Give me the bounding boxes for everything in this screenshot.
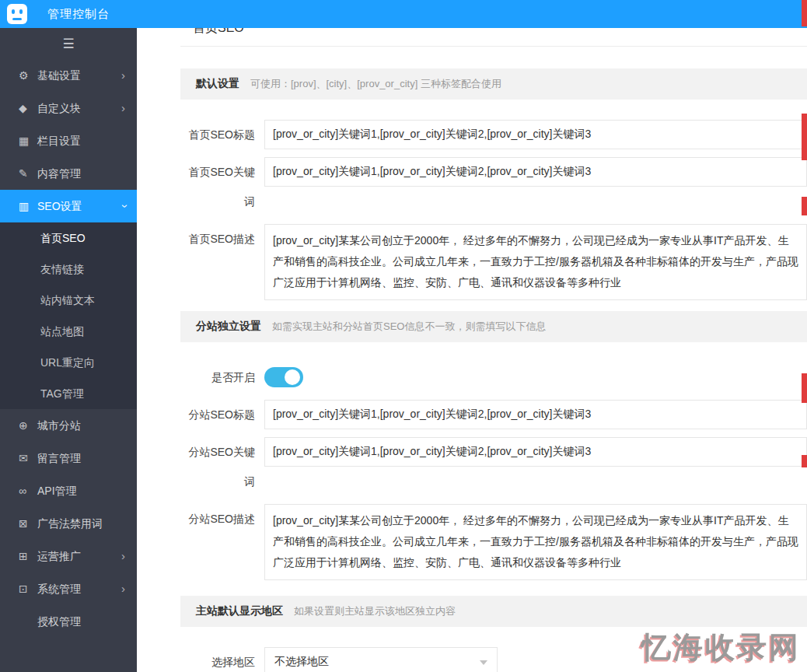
logo-detail: [12, 9, 15, 14]
sidebar-item-seo-settings[interactable]: ▥SEO设置 ›: [0, 190, 137, 222]
site-watermark: 忆海收录网: [641, 628, 801, 667]
sidebar-item-city-subsites[interactable]: ⊕城市分站: [0, 409, 137, 442]
seo-submenu: 首页SEO 友情链接 站内锚文本 站点地图 URL重定向 TAG管理: [0, 222, 137, 409]
menu-label: 运营推广: [37, 550, 81, 562]
edge-watermark-artifact: [802, 0, 807, 26]
app-logo-icon[interactable]: [7, 4, 27, 24]
chevron-right-icon: ›: [121, 572, 125, 605]
menu-label: 城市分站: [37, 419, 81, 432]
link-icon: ∞: [19, 474, 37, 507]
chevron-right-icon: ›: [121, 92, 125, 124]
section-header-region-settings: 主站默认显示地区 如果设置则主站显示该地区独立内容: [180, 596, 807, 627]
menu-label: API管理: [37, 485, 77, 497]
subsite-seo-keywords-input[interactable]: [264, 437, 807, 467]
sidebar-item-message-management[interactable]: ✉留言管理: [0, 442, 137, 474]
field-label: 分站SEO关键词: [180, 437, 264, 496]
chevron-right-icon: ›: [121, 540, 125, 572]
sidebar-item-basic-settings[interactable]: ⚙基础设置 ›: [0, 59, 137, 92]
subsite-seo-title-input[interactable]: [264, 400, 807, 429]
menu-label: 自定义块: [37, 102, 81, 114]
submenu-item-anchor-text[interactable]: 站内锚文本: [0, 285, 137, 316]
globe-icon: ⊕: [19, 409, 37, 442]
field-row-subsite-seo-title: 分站SEO标题: [180, 400, 807, 429]
app-title: 管理控制台: [47, 7, 110, 22]
sidebar-item-operations-promotion[interactable]: ⊞运营推广 ›: [0, 540, 137, 572]
menu-label: 广告法禁用词: [37, 517, 103, 530]
edge-watermark-artifact: [802, 373, 807, 403]
menu-label: 栏目设置: [37, 135, 81, 147]
chevron-down-icon: ›: [109, 205, 138, 208]
menu-label: 留言管理: [37, 452, 81, 464]
sidebar-item-banned-words[interactable]: ⊠广告法禁用词: [0, 507, 137, 540]
field-row-home-seo-description: 首页SEO描述 [prov_or_city]某某公司创立于2000年， 经过多年…: [180, 224, 807, 300]
section-hint: 如果设置则主站显示该地区独立内容: [294, 604, 456, 618]
field-row-subsite-seo-description: 分站SEO描述 [prov_or_city]某某公司创立于2000年， 经过多年…: [180, 504, 807, 580]
field-label: 选择地区: [180, 647, 264, 672]
field-label: 分站SEO描述: [180, 504, 264, 580]
section-title: 分站独立设置: [196, 320, 261, 334]
topbar: 管理控制台: [0, 0, 807, 28]
field-label: 首页SEO标题: [180, 120, 264, 149]
columns-icon: ▦: [19, 124, 37, 157]
field-row-home-seo-keywords: 首页SEO关键词: [180, 157, 807, 216]
section-title: 默认设置: [196, 77, 239, 91]
monitor-icon: ⊡: [19, 572, 37, 605]
section-header-default-settings: 默认设置 可使用：[prov]、[city]、[prov_or_city] 三种…: [180, 68, 807, 100]
sidebar: ☰ ⚙基础设置 › ◆自定义块 › ▦栏目设置 ✎内容管理 ▥SEO设置 › 首…: [0, 28, 137, 672]
comment-icon: ✉: [19, 442, 37, 474]
home-seo-title-input[interactable]: [264, 120, 807, 149]
edge-watermark-artifact: [802, 114, 807, 160]
logo-detail: [19, 9, 23, 14]
logo-detail: [12, 18, 22, 20]
field-label: 首页SEO关键词: [180, 157, 264, 216]
field-row-subsite-seo-keywords: 分站SEO关键词: [180, 437, 807, 496]
submenu-item-friend-links[interactable]: 友情链接: [0, 254, 137, 285]
toggle-knob: [285, 369, 300, 385]
region-select-value: 不选择地区: [274, 655, 329, 669]
chart-icon: ▥: [19, 190, 37, 222]
home-seo-description-textarea[interactable]: [prov_or_city]某某公司创立于2000年， 经过多年的不懈努力，公司…: [264, 224, 807, 300]
menu-label: 系统管理: [37, 583, 81, 595]
tag-icon: ◆: [19, 92, 37, 124]
x-square-icon: ⊠: [19, 507, 37, 540]
field-label: 分站SEO标题: [180, 400, 264, 429]
field-label: 首页SEO描述: [180, 224, 264, 300]
menu-label: 内容管理: [37, 167, 81, 180]
submenu-item-tag-management[interactable]: TAG管理: [0, 378, 137, 409]
chevron-right-icon: ›: [121, 59, 125, 92]
menu-label: 基础设置: [37, 69, 81, 82]
sidebar-item-system-management[interactable]: ⊡系统管理 ›: [0, 572, 137, 605]
submenu-item-sitemap[interactable]: 站点地图: [0, 316, 137, 347]
section-title: 主站默认显示地区: [196, 604, 283, 618]
edge-watermark-artifact: [802, 197, 807, 215]
table-icon: ⊞: [19, 540, 37, 572]
sidebar-item-custom-blocks[interactable]: ◆自定义块 ›: [0, 92, 137, 124]
hamburger-icon: ☰: [62, 36, 74, 52]
sidebar-item-api-management[interactable]: ∞API管理: [0, 474, 137, 507]
subsite-enable-toggle[interactable]: [264, 367, 303, 387]
submenu-item-home-seo[interactable]: 首页SEO: [0, 222, 137, 254]
main-content: 首页SEO 默认设置 可使用：[prov]、[city]、[prov_or_ci…: [137, 28, 807, 672]
sidebar-collapse-button[interactable]: ☰: [0, 28, 137, 59]
edge-watermark-artifact: [802, 455, 807, 467]
field-row-subsite-enable: 是否开启: [180, 362, 807, 392]
field-label: 是否开启: [180, 362, 264, 392]
sidebar-item-authorization-management[interactable]: 授权管理: [0, 605, 137, 638]
page-title: 首页SEO: [180, 28, 807, 47]
section-header-subsite-settings: 分站独立设置 如需实现主站和分站首页SEO信息不一致，则需填写以下信息: [180, 311, 807, 342]
field-row-home-seo-title: 首页SEO标题: [180, 120, 807, 149]
home-seo-keywords-input[interactable]: [264, 157, 807, 187]
menu-label: SEO设置: [37, 200, 82, 212]
menu-label: 授权管理: [37, 615, 81, 628]
section-hint: 可使用：[prov]、[city]、[prov_or_city] 三种标签配合使…: [250, 77, 501, 91]
gear-icon: ⚙: [19, 59, 37, 92]
edit-icon: ✎: [19, 157, 37, 190]
sidebar-item-content-management[interactable]: ✎内容管理: [0, 157, 137, 190]
submenu-item-url-redirect[interactable]: URL重定向: [0, 347, 137, 378]
section-hint: 如需实现主站和分站首页SEO信息不一致，则需填写以下信息: [272, 320, 546, 334]
subsite-seo-description-textarea[interactable]: [prov_or_city]某某公司创立于2000年， 经过多年的不懈努力，公司…: [264, 504, 807, 580]
sidebar-item-column-settings[interactable]: ▦栏目设置: [0, 124, 137, 157]
chevron-down-icon: [480, 660, 487, 665]
region-select[interactable]: 不选择地区: [264, 647, 498, 672]
